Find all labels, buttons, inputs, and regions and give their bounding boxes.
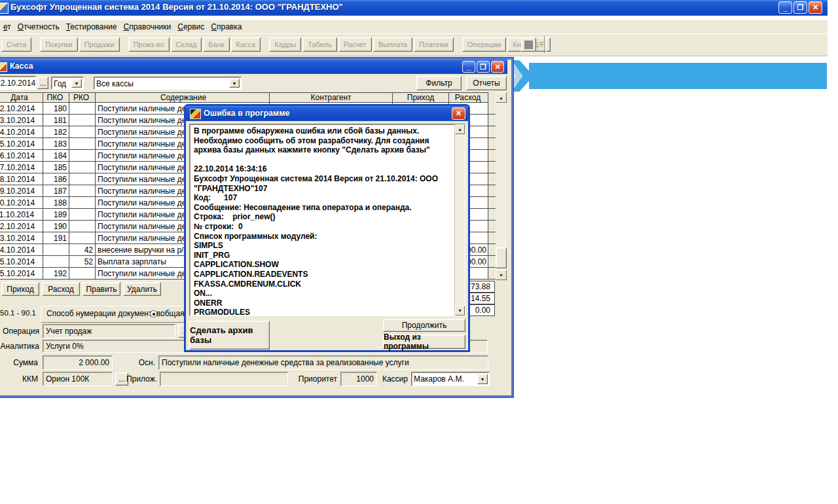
cell-rko: [69, 232, 96, 243]
operation-field[interactable]: Учет продаж: [43, 324, 175, 338]
numbering-label: Способ нумерации документов:: [46, 309, 162, 318]
cell-rko: [69, 103, 96, 114]
cell-rko: [69, 138, 96, 149]
menu-item[interactable]: Сервис: [174, 20, 208, 33]
sum-field[interactable]: 2 000.00: [43, 355, 113, 370]
scroll-up-icon[interactable]: ▲: [496, 92, 507, 103]
toolbar-button[interactable]: Операции: [462, 37, 506, 52]
menu-item[interactable]: Справка: [208, 20, 245, 33]
dialog-icon: [190, 109, 201, 119]
column-header[interactable]: Дата: [0, 92, 43, 103]
cell-date: 02.10.2014: [0, 103, 43, 114]
period-combobox[interactable]: Год ▼: [51, 77, 84, 90]
column-header[interactable]: ПКО: [43, 92, 69, 103]
cell-pko: 190: [43, 221, 69, 232]
toolbar-button[interactable]: Произ-во: [128, 37, 170, 52]
archive-database-button[interactable]: Сделать архив базы: [189, 321, 270, 350]
minimize-button[interactable]: _: [778, 1, 792, 14]
cell-pko: 184: [43, 150, 69, 161]
dialog-titlebar: Ошибка в программе ✕: [186, 106, 468, 121]
date-picker-button[interactable]: ...: [37, 77, 48, 89]
error-line: Код: 107: [194, 193, 461, 203]
menu-item[interactable]: ет: [0, 20, 14, 33]
error-line: архива базы данных нажмите кнопку "Сдела…: [194, 145, 461, 155]
toolbar-button[interactable]: Выплата: [373, 37, 413, 52]
menu-item[interactable]: Отчетность: [14, 20, 63, 33]
toolbar-square-button[interactable]: [521, 37, 536, 52]
scroll-down-icon[interactable]: ▼: [496, 270, 507, 280]
cell-rko: [69, 126, 96, 137]
table-scrollbar[interactable]: ▲ ▼: [496, 92, 507, 280]
menu-item[interactable]: Справочники: [120, 20, 175, 33]
toolbar-button[interactable]: Продажи: [79, 37, 120, 52]
reports-button[interactable]: Отчеты: [466, 76, 507, 90]
filter-button[interactable]: Фильтр: [416, 76, 462, 90]
cashbox-value: Все кассы: [94, 79, 134, 88]
chevron-down-icon[interactable]: ▼: [477, 374, 488, 384]
cell-pko: 187: [43, 185, 69, 196]
column-header[interactable]: Приход: [393, 92, 449, 103]
edit-button[interactable]: Править: [82, 282, 120, 296]
toolbar-button[interactable]: Касса: [231, 37, 261, 52]
toolbar-button[interactable]: Счета: [1, 37, 31, 52]
delete-button[interactable]: Удалить: [123, 282, 161, 296]
expense-button[interactable]: Расход: [42, 282, 80, 296]
priority-field[interactable]: 1000: [340, 372, 377, 386]
radio-icon[interactable]: [150, 310, 157, 317]
column-header[interactable]: Расход: [449, 92, 488, 103]
cell-pko: 186: [43, 173, 69, 185]
priority-label: Приоритет: [295, 374, 337, 384]
close-button[interactable]: ✕: [809, 1, 822, 14]
error-line: FKASSA.CMDRENUM.CLICK: [194, 279, 461, 289]
dialog-scrollbar[interactable]: ▲ ▼: [454, 124, 465, 315]
toolbar-button[interactable]: Расчет: [338, 37, 372, 52]
toolbar-button[interactable]: Платежи: [414, 37, 454, 52]
income-button[interactable]: Приход: [1, 282, 39, 296]
kassa-window-controls: _ ❐ ✕: [462, 61, 504, 73]
osn-field[interactable]: Поступили наличные денежные средства за …: [158, 355, 488, 370]
toolbar-button[interactable]: Кадры: [269, 37, 301, 52]
toolbar-button[interactable]: Покупки: [40, 37, 77, 52]
cell-rko: [69, 173, 96, 185]
error-line: В программе обнаружена ошибка или сбой б…: [194, 126, 461, 136]
kassa-minimize-button[interactable]: _: [462, 61, 475, 73]
toolbar-button[interactable]: Табель: [302, 37, 337, 52]
exit-program-button[interactable]: Выход из программы: [383, 334, 465, 349]
chevron-down-icon[interactable]: ▼: [229, 79, 240, 88]
chevron-down-icon[interactable]: ▼: [71, 79, 82, 88]
error-line: 22.10.2014 16:34:16: [194, 164, 461, 174]
toolbar-button[interactable]: Банк: [203, 37, 229, 52]
cell-pko: 188: [43, 197, 69, 208]
menu-item[interactable]: Тестирование: [63, 20, 120, 33]
cell-rko: 52: [69, 256, 96, 267]
column-header[interactable]: РКО: [69, 92, 96, 103]
cashbox-combobox[interactable]: Все кассы ▼: [94, 77, 242, 90]
scrollbar-thumb[interactable]: [496, 247, 507, 268]
cell-date: 11.10.2014: [0, 209, 43, 220]
kassa-close-button[interactable]: ✕: [491, 61, 504, 73]
continue-button[interactable]: Продолжить: [383, 319, 465, 332]
close-icon: ✕: [812, 3, 818, 12]
restore-button[interactable]: ❐: [793, 1, 807, 14]
kkm-field[interactable]: Орион 100К: [43, 372, 113, 386]
table-header: Дата ПКО РКО Содержание Контрагент Прихо…: [0, 92, 488, 103]
toolbar-button[interactable]: Склад: [171, 37, 202, 52]
cell-date: 08.10.2014: [0, 173, 43, 185]
error-text-area: В программе обнаружена ошибка или сбой б…: [189, 124, 465, 316]
restore-icon: ❐: [480, 63, 486, 71]
cell-rko: 42: [69, 244, 96, 255]
cashier-combobox[interactable]: Макаров А.М. ▼: [411, 372, 490, 386]
dialog-close-button[interactable]: ✕: [452, 107, 465, 120]
date-input[interactable]: 22.10.2014: [0, 76, 36, 90]
kassa-restore-button[interactable]: ❐: [477, 61, 490, 73]
column-header[interactable]: Содержание: [96, 92, 270, 103]
cell-rko: [69, 185, 96, 196]
scroll-down-icon[interactable]: ▼: [455, 306, 465, 315]
error-line: ON...: [194, 289, 461, 298]
priloz-field[interactable]: [160, 372, 288, 386]
column-header[interactable]: Контрагент: [270, 92, 393, 103]
account-label: 50.1 - 90.1: [0, 309, 36, 317]
error-line: ONERR: [194, 298, 461, 308]
cell-pko: 185: [43, 162, 69, 173]
scroll-up-icon[interactable]: ▲: [455, 124, 465, 134]
